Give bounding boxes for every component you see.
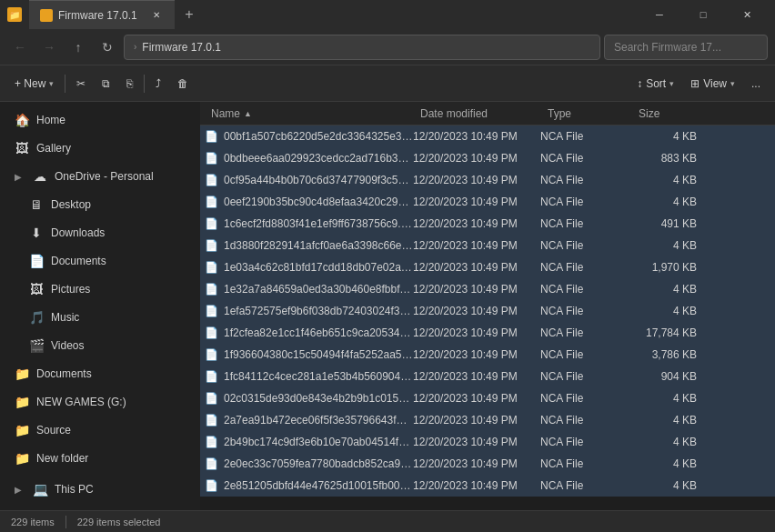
table-row[interactable]: 📄 2a7ea91b472ece06f5f3e35796643f84.cnm..… <box>200 409 775 431</box>
file-size: 4 KB <box>631 174 704 186</box>
copy-button[interactable]: ⧉ <box>95 70 117 97</box>
sidebar-item-label: Pictures <box>51 283 171 296</box>
table-row[interactable]: 📄 0cf95a44b4b0b70c6d37477909f3c529.cn...… <box>200 169 775 191</box>
file-date: 12/20/2023 10:49 PM <box>413 370 540 383</box>
table-row[interactable]: 📄 1fc84112c4cec281a1e53b4b56090475.nca 1… <box>200 366 775 387</box>
toolbar: + New ▾ ✂ ⧉ ⎘ ⤴ 🗑 ↕ Sort ▾ ⊞ View ▾ ... <box>0 65 775 102</box>
view-button[interactable]: ⊞ View ▾ <box>683 70 742 97</box>
search-box[interactable]: Search Firmware 17... <box>604 35 768 60</box>
sort-label: Sort <box>646 77 666 90</box>
file-type: NCA File <box>540 283 631 296</box>
sidebar-item-label: Gallery <box>36 142 171 155</box>
pictures-icon: 🖼 <box>29 282 44 296</box>
toolbar-divider-1 <box>65 75 65 93</box>
col-header-type[interactable]: Type <box>540 102 631 125</box>
file-icon: 📄 <box>204 260 218 275</box>
table-row[interactable]: 📄 1f936604380c15c50494f4fa5252aa5d.nca 1… <box>200 344 775 366</box>
sidebar-item-desktop[interactable]: 🖥 Desktop 📌 <box>4 191 196 218</box>
file-type: NCA File <box>540 392 631 405</box>
tab-label: Firmware 17.0.1 <box>58 9 137 22</box>
table-row[interactable]: 📄 1c6ecf2fd8803f41e1ef9ff6738756c9.nca 1… <box>200 213 775 235</box>
file-date: 12/20/2023 10:49 PM <box>413 217 540 230</box>
forward-button[interactable]: → <box>36 35 62 60</box>
file-name: 1efa572575ef9b6f038db72403024f38.cnm... <box>224 305 413 317</box>
status-divider <box>65 516 66 528</box>
sidebar-item-newfolder[interactable]: 📁 New folder <box>4 445 196 472</box>
sidebar-item-windows[interactable]: ▶ 💿 WINDOWS (C:) <box>4 504 196 510</box>
table-row[interactable]: 📄 1e32a7a84659a0ed3a30b460e8fbbffc.cnm..… <box>200 278 775 300</box>
sidebar-item-documents[interactable]: 📄 Documents 📌 <box>4 247 196 275</box>
sidebar-item-onedrive[interactable]: ▶ ☁ OneDrive - Personal <box>4 163 196 190</box>
col-name-label: Name <box>211 107 240 120</box>
table-row[interactable]: 📄 2e0ec33c7059fea7780badcb852ca90a.c... … <box>200 453 775 475</box>
tab-firmware[interactable]: Firmware 17.0.1 ✕ <box>29 0 175 29</box>
sidebar-item-label: This PC <box>55 483 189 496</box>
home-icon: 🏠 <box>15 113 29 127</box>
table-row[interactable]: 📄 0eef2190b35bc90c4d8efaa3420c295f.cnm..… <box>200 191 775 213</box>
file-type: NCA File <box>540 261 631 274</box>
file-type: NCA File <box>540 436 631 448</box>
sidebar-item-videos[interactable]: 🎬 Videos 📌 <box>4 332 196 359</box>
more-button[interactable]: ... <box>744 70 768 97</box>
file-type: NCA File <box>540 457 631 470</box>
documents-icon: 📄 <box>29 254 44 268</box>
file-size: 4 KB <box>631 239 704 252</box>
refresh-button[interactable]: ↻ <box>95 35 120 60</box>
table-row[interactable]: 📄 1e03a4c62c81bfd17cdd18db07e02a3e.nca 1… <box>200 256 775 278</box>
file-name: 02c0315de93d0e843e4b2b9b1c015081.cn... <box>224 392 413 405</box>
file-name: 0eef2190b35bc90c4d8efaa3420c295f.cnm... <box>224 196 413 208</box>
sidebar-item-music[interactable]: 🎵 Music 📌 <box>4 304 196 331</box>
table-row[interactable]: 📄 1d3880f2829141afcf0ae6a3398c66ee.cnm..… <box>200 235 775 256</box>
sidebar-item-gallery[interactable]: 🖼 Gallery 📌 <box>4 135 196 162</box>
up-button[interactable]: ↑ <box>65 35 91 60</box>
file-icon: 📄 <box>204 347 218 362</box>
file-date: 12/20/2023 10:49 PM <box>413 283 540 296</box>
table-row[interactable]: 📄 02c0315de93d0e843e4b2b9b1c015081.cn...… <box>200 387 775 409</box>
new-label: + New <box>15 77 45 90</box>
file-icon: 📄 <box>204 151 218 166</box>
table-row[interactable]: 📄 2e851205dbfd44e47625d10015fb0090.c... … <box>200 475 775 497</box>
col-header-date[interactable]: Date modified <box>413 102 540 125</box>
address-input[interactable]: › Firmware 17.0.1 <box>124 35 600 60</box>
table-row[interactable]: 📄 1f2cfea82e1cc1f46eb651c9ca20534f.nca 1… <box>200 322 775 344</box>
sidebar-item-source[interactable]: 📁 Source <box>4 417 196 444</box>
share-button[interactable]: ⤴ <box>148 70 168 97</box>
table-row[interactable]: 📄 0bdbeee6aa029923cedcc2ad716b3648.nca 1… <box>200 147 775 169</box>
back-button[interactable]: ← <box>7 35 33 60</box>
paste-button[interactable]: ⎘ <box>119 70 140 97</box>
col-header-size[interactable]: Size <box>631 102 704 125</box>
sidebar-item-label: Music <box>51 311 171 324</box>
col-header-name[interactable]: Name ▲ <box>204 102 413 125</box>
cut-button[interactable]: ✂ <box>69 70 93 97</box>
minimize-button[interactable]: ─ <box>639 0 680 29</box>
new-chevron-icon: ▾ <box>49 79 54 88</box>
sidebar-item-home[interactable]: 🏠 Home 📌 <box>4 106 196 134</box>
table-row[interactable]: 📄 2b49bc174c9df3e6b10e70ab04514f76.c... … <box>200 431 775 453</box>
file-type: NCA File <box>540 479 631 492</box>
sidebar-item-documents2[interactable]: 📁 Documents <box>4 360 196 387</box>
sidebar-item-pictures[interactable]: 🖼 Pictures 📌 <box>4 276 196 303</box>
maximize-button[interactable]: □ <box>682 0 724 29</box>
file-name: 00bf1a507cb6220d5e2dc3364325e31c.cn... <box>224 130 413 143</box>
delete-icon: 🗑 <box>177 77 188 90</box>
sidebar-item-downloads[interactable]: ⬇ Downloads 📌 <box>4 219 196 246</box>
new-tab-button[interactable]: + <box>175 0 204 29</box>
tab-icon <box>40 9 53 22</box>
address-path: Firmware 17.0.1 <box>142 41 221 54</box>
table-row[interactable]: 📄 1efa572575ef9b6f038db72403024f38.cnm..… <box>200 300 775 322</box>
sidebar-item-newgames[interactable]: 📁 NEW GAMES (G:) <box>4 388 196 416</box>
file-name: 1e03a4c62c81bfd17cdd18db07e02a3e.nca <box>224 261 413 274</box>
delete-button[interactable]: 🗑 <box>170 70 196 97</box>
sidebar-item-label: Documents <box>51 255 171 267</box>
new-button[interactable]: + New ▾ <box>7 70 61 97</box>
file-name: 1c6ecf2fd8803f41e1ef9ff6738756c9.nca <box>224 217 413 230</box>
file-date: 12/20/2023 10:49 PM <box>413 196 540 208</box>
file-type: NCA File <box>540 196 631 208</box>
file-date: 12/20/2023 10:49 PM <box>413 436 540 448</box>
table-row[interactable]: 📄 00bf1a507cb6220d5e2dc3364325e31c.cn...… <box>200 125 775 147</box>
sort-button[interactable]: ↕ Sort ▾ <box>629 70 681 97</box>
tab-close-button[interactable]: ✕ <box>149 8 164 23</box>
status-bar: 229 items 229 items selected <box>0 510 775 532</box>
sidebar-item-thispc[interactable]: ▶ 💻 This PC <box>4 476 196 503</box>
close-button[interactable]: ✕ <box>726 0 768 29</box>
